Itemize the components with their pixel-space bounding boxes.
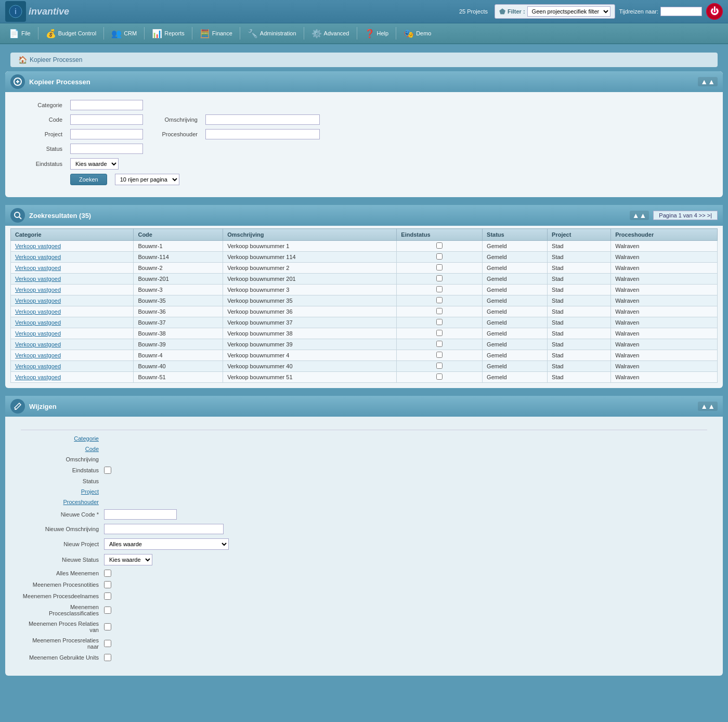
table-row[interactable]: Verkoop vastgoedBouwnr-2Verkoop bouwnumm… [11,263,718,274]
wij-checkbox-eindstatus[interactable] [104,467,111,474]
wij-checkbox-meenemen-proces-relaties-van[interactable] [104,623,111,630]
nav-item-administration[interactable]: 🔧 Administration [241,24,303,43]
cell-categorie[interactable]: Verkoop vastgoed [11,252,134,263]
table-row[interactable]: Verkoop vastgoedBouwnr-40Verkoop bouwnum… [11,361,718,372]
table-row[interactable]: Verkoop vastgoedBouwnr-35Verkoop bouwnum… [11,295,718,306]
nav-item-advanced[interactable]: ⚙️ Advanced [305,24,356,43]
table-row[interactable]: Verkoop vastgoedBouwnr-39Verkoop bouwnum… [11,339,718,350]
table-row[interactable]: Verkoop vastgoedBouwnr-37Verkoop bouwnum… [11,317,718,328]
link-categorie[interactable]: Verkoop vastgoed [15,363,61,369]
cell-categorie[interactable]: Verkoop vastgoed [11,285,134,295]
filter-select[interactable]: Geen projectspecifiek filter [527,6,610,17]
cell-categorie[interactable]: Verkoop vastgoed [11,350,134,361]
table-row[interactable]: Verkoop vastgoedBouwnr-114Verkoop bouwnu… [11,252,718,263]
table-row[interactable]: Verkoop vastgoedBouwnr-38Verkoop bouwnum… [11,328,718,339]
cell-categorie[interactable]: Verkoop vastgoed [11,306,134,317]
link-categorie[interactable]: Verkoop vastgoed [15,341,61,347]
search-panel-header[interactable]: Kopieer Processen ▲▲ [5,71,723,92]
checkbox-eindstatus[interactable] [436,330,443,336]
input-omschrijving[interactable] [205,114,320,125]
select-eindstatus[interactable]: Kies waarde [70,158,119,170]
cell-eindstatus[interactable] [397,274,483,285]
wij-input-nieuwe-omschrijving[interactable] [104,524,224,534]
cell-categorie[interactable]: Verkoop vastgoed [11,263,134,274]
checkbox-eindstatus[interactable] [436,341,443,347]
checkbox-eindstatus[interactable] [436,297,443,303]
table-row[interactable]: Verkoop vastgoedBouwnr-4Verkoop bouwnumm… [11,350,718,361]
checkbox-eindstatus[interactable] [436,264,443,270]
table-row[interactable]: Verkoop vastgoedBouwnr-1Verkoop bouwnumm… [11,241,718,252]
input-project[interactable] [70,129,143,139]
wij-link-categorie[interactable]: Categorie [74,435,99,442]
checkbox-eindstatus[interactable] [436,373,443,380]
rows-per-page-select[interactable]: 10 rijen per pagina [115,174,179,185]
wij-checkbox-meenemen-procesrelaties-naar[interactable] [104,640,111,647]
cell-eindstatus[interactable] [397,361,483,372]
checkbox-eindstatus[interactable] [436,352,443,358]
nav-item-help[interactable]: ❓ Help [358,24,395,43]
cell-categorie[interactable]: Verkoop vastgoed [11,372,134,383]
wij-checkbox-meenemen-procesclassificaties[interactable] [104,607,111,614]
input-code[interactable] [70,114,143,125]
wij-input-nieuwe-code[interactable] [104,509,177,520]
cell-categorie[interactable]: Verkoop vastgoed [11,328,134,339]
cell-eindstatus[interactable] [397,285,483,295]
wij-checkbox-meenemen-procesdeelnames[interactable] [104,592,111,600]
cell-eindstatus[interactable] [397,295,483,306]
wij-link-code[interactable]: Code [85,446,99,452]
cell-eindstatus[interactable] [397,339,483,350]
cell-categorie[interactable]: Verkoop vastgoed [11,274,134,285]
search-button[interactable]: Zoeken [70,174,107,185]
link-categorie[interactable]: Verkoop vastgoed [15,319,61,326]
nav-item-reports[interactable]: 📊 Reports [146,24,191,43]
wij-checkbox-meenemen-gebruikte-units[interactable] [104,654,111,661]
checkbox-eindstatus[interactable] [436,275,443,281]
link-categorie[interactable]: Verkoop vastgoed [15,308,61,315]
wij-select-nieuw-project[interactable]: Alles waarde [104,538,229,550]
cell-eindstatus[interactable] [397,317,483,328]
checkbox-eindstatus[interactable] [436,253,443,260]
nav-item-finance[interactable]: 🧮 Finance [193,24,239,43]
checkbox-eindstatus[interactable] [436,363,443,369]
cell-eindstatus[interactable] [397,263,483,274]
nav-item-budget[interactable]: 💰 Budget Control [40,24,102,43]
link-categorie[interactable]: Verkoop vastgoed [15,330,61,337]
power-button[interactable]: ⏻ [706,3,723,20]
cell-eindstatus[interactable] [397,372,483,383]
checkbox-eindstatus[interactable] [436,242,443,249]
checkbox-eindstatus[interactable] [436,319,443,325]
cell-categorie[interactable]: Verkoop vastgoed [11,339,134,350]
wijzigen-panel-collapse[interactable]: ▲▲ [698,402,718,411]
cell-categorie[interactable]: Verkoop vastgoed [11,317,134,328]
wij-select-nieuwe-status[interactable]: Kies waarde [104,554,152,565]
link-categorie[interactable]: Verkoop vastgoed [15,276,61,282]
nav-item-demo[interactable]: 🎭 Demo [397,24,437,43]
table-row[interactable]: Verkoop vastgoedBouwnr-51Verkoop bouwnum… [11,372,718,383]
cell-eindstatus[interactable] [397,328,483,339]
link-categorie[interactable]: Verkoop vastgoed [15,352,61,358]
table-row[interactable]: Verkoop vastgoedBouwnr-3Verkoop bouwnumm… [11,285,718,295]
input-proceshouder[interactable] [205,129,320,139]
nav-item-file[interactable]: 📄 File [3,24,37,43]
link-categorie[interactable]: Verkoop vastgoed [15,254,61,260]
wij-link-proceshouder[interactable]: Proceshouder [63,499,99,505]
table-row[interactable]: Verkoop vastgoedBouwnr-201Verkoop bouwnu… [11,274,718,285]
input-categorie[interactable] [70,100,143,110]
wij-checkbox-meenemen-procesnotities[interactable] [104,581,111,588]
cell-categorie[interactable]: Verkoop vastgoed [11,295,134,306]
wij-checkbox-alles-meenemen[interactable] [104,570,111,577]
cell-eindstatus[interactable] [397,306,483,317]
tijdreizen-input[interactable] [660,7,702,16]
wij-link-project[interactable]: Project [81,488,99,495]
cell-categorie[interactable]: Verkoop vastgoed [11,241,134,252]
link-categorie[interactable]: Verkoop vastgoed [15,243,61,249]
nav-item-crm[interactable]: 👥 CRM [105,24,143,43]
link-categorie[interactable]: Verkoop vastgoed [15,287,61,293]
link-categorie[interactable]: Verkoop vastgoed [15,374,61,380]
cell-eindstatus[interactable] [397,252,483,263]
cell-eindstatus[interactable] [397,350,483,361]
cell-categorie[interactable]: Verkoop vastgoed [11,361,134,372]
table-row[interactable]: Verkoop vastgoedBouwnr-36Verkoop bouwnum… [11,306,718,317]
link-categorie[interactable]: Verkoop vastgoed [15,298,61,304]
input-status[interactable] [70,144,143,154]
